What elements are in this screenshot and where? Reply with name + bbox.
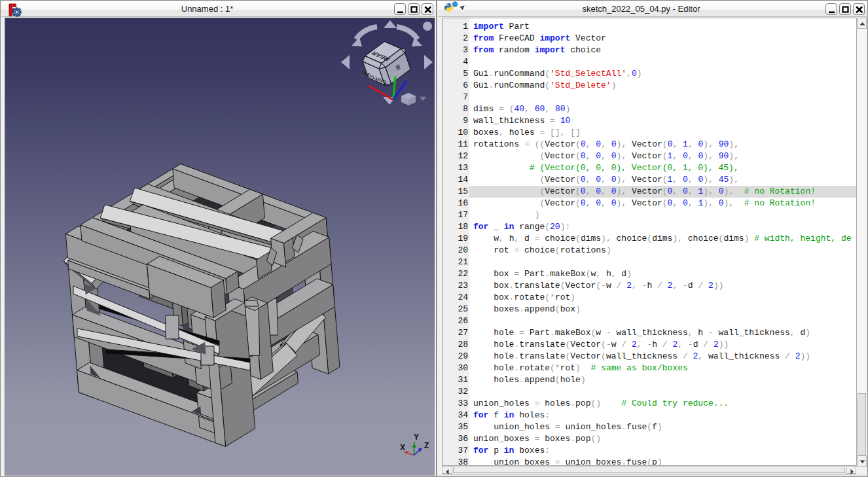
svg-text:Z: Z — [424, 441, 429, 450]
svg-text:Y: Y — [414, 433, 419, 442]
svg-text:X: X — [400, 443, 405, 452]
